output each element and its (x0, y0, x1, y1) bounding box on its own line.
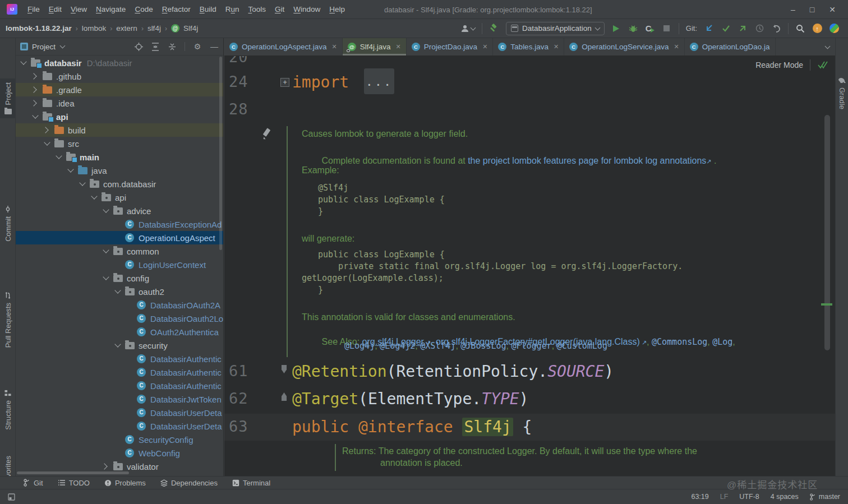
line-ending[interactable]: LF (720, 493, 729, 501)
tree-row[interactable]: java (16, 164, 223, 177)
tree-row[interactable]: LoginUserContext (16, 258, 223, 271)
tree-chevron-icon[interactable] (79, 179, 85, 186)
toolwindow-todo[interactable]: TODO (58, 479, 90, 487)
run-with-coverage-button[interactable]: C (645, 22, 655, 35)
doc-link[interactable]: @XSlf4j (420, 341, 455, 351)
menu-build[interactable]: Build (195, 5, 221, 13)
doc-link[interactable]: @Log (712, 337, 732, 347)
tree-chevron-icon[interactable] (42, 127, 48, 133)
stripe-tab-structure[interactable]: Structure (0, 386, 16, 434)
hide-panel-button[interactable]: — (210, 42, 219, 51)
tree-row[interactable]: build (16, 123, 223, 137)
menu-tools[interactable]: Tools (244, 5, 271, 13)
tree-chevron-icon[interactable] (103, 274, 109, 280)
tree-row[interactable]: OperationLogAspect (16, 231, 223, 244)
tree-chevron-icon[interactable] (30, 73, 36, 79)
tab-operationlogdao[interactable]: C OperationLogDao.ja (685, 38, 776, 56)
plugin-update-button[interactable] (829, 22, 839, 35)
tree-row[interactable]: DatabasirUserDeta (16, 419, 223, 433)
caret-position[interactable]: 63:19 (691, 493, 708, 501)
indent-setting[interactable]: 4 spaces (771, 493, 799, 501)
tab-operationlogservice[interactable]: C OperationLogService.java ✕ (564, 38, 685, 56)
tree-chevron-icon[interactable] (103, 247, 109, 253)
inspections-ok-icon[interactable] (817, 61, 828, 70)
doc-link[interactable]: @Log4j (344, 341, 375, 351)
chevron-down-icon[interactable] (60, 43, 66, 49)
fold-region-icon[interactable] (280, 392, 288, 401)
tree-row[interactable]: api (16, 110, 223, 123)
breadcrumb-extern[interactable]: extern (116, 24, 137, 33)
doc-link[interactable]: @CustomLog (557, 341, 607, 351)
fold-expand-icon[interactable] (280, 78, 289, 87)
tab-tables[interactable]: C Tables.java ✕ (493, 38, 564, 56)
doc-link[interactable]: @CommonsLog (652, 337, 707, 347)
edit-pencil-icon[interactable] (260, 127, 273, 141)
settings-button[interactable]: ⚙ (193, 42, 202, 51)
tree-chevron-icon[interactable] (30, 100, 36, 106)
close-icon[interactable]: ✕ (674, 43, 679, 50)
toolwindow-switcher-icon[interactable] (8, 493, 15, 501)
stripe-tab-gradle[interactable]: Gradle (836, 77, 848, 109)
stripe-tab-pull-requests[interactable]: Pull Requests (0, 288, 16, 352)
tree-row[interactable]: SecurityConfig (16, 433, 223, 446)
tree-chevron-icon[interactable] (114, 287, 121, 293)
fold-region-icon[interactable] (280, 365, 288, 373)
breadcrumb-jar[interactable]: lombok-1.18.22.jar (6, 24, 72, 33)
push-button[interactable] (738, 22, 748, 35)
run-button[interactable] (611, 22, 621, 35)
tree-row[interactable]: databasir D:\databasir (16, 56, 223, 70)
editor-vertical-scrollbar[interactable] (824, 115, 830, 350)
tree-row[interactable]: api (16, 191, 223, 204)
tree-chevron-icon[interactable] (91, 193, 97, 199)
search-everywhere-button[interactable] (795, 22, 805, 35)
project-panel-title[interactable]: Project (32, 43, 56, 51)
profile-button[interactable] (460, 22, 475, 35)
close-button[interactable]: ✕ (829, 5, 836, 14)
expand-all-button[interactable] (151, 42, 160, 51)
tab-list-button[interactable] (826, 38, 835, 56)
tree-chevron-icon[interactable] (56, 152, 62, 159)
tree-row[interactable]: DatabasirJwtToken (16, 392, 223, 406)
tree-chevron-icon[interactable] (101, 463, 107, 469)
menu-window[interactable]: Window (289, 5, 325, 13)
reader-mode-label[interactable]: Reader Mode (755, 61, 803, 70)
tree-row[interactable]: DatabasirExceptionAd (16, 218, 223, 231)
editor-canvas[interactable]: Reader Mode 20 24 28 import ... Causes l… (224, 56, 835, 476)
doc-link[interactable]: @JBossLog (460, 341, 506, 351)
breadcrumb-slf4j-class[interactable]: Slf4j (183, 24, 198, 33)
menu-code[interactable]: Code (130, 5, 157, 13)
close-icon[interactable]: ✕ (554, 43, 559, 50)
doc-link[interactable]: @Flogger (511, 341, 551, 351)
tree-row[interactable]: DatabasirAuthentic (16, 379, 223, 392)
tree-row[interactable]: DatabasirAuthentic (16, 352, 223, 366)
toolwindow-problems[interactable]: Problems (104, 479, 146, 487)
tree-row[interactable]: .github (16, 70, 223, 83)
toolwindow-git[interactable]: Git (24, 479, 43, 487)
close-icon[interactable]: ✕ (396, 43, 401, 50)
menu-edit[interactable]: Edit (44, 5, 66, 13)
update-project-button[interactable] (704, 22, 714, 35)
tree-row[interactable]: main (16, 150, 223, 164)
menu-git[interactable]: Git (270, 5, 289, 13)
collapse-all-button[interactable] (168, 42, 177, 51)
close-icon[interactable]: ✕ (332, 43, 337, 50)
tree-row[interactable]: advice (16, 204, 223, 218)
commit-button[interactable] (721, 22, 731, 35)
breadcrumb-lombok[interactable]: lombok (82, 24, 107, 33)
build-button[interactable] (489, 22, 499, 35)
project-vertical-scrollbar[interactable] (219, 57, 222, 250)
menu-help[interactable]: Help (325, 5, 349, 13)
git-branch-widget[interactable]: master (810, 493, 840, 501)
menu-view[interactable]: View (66, 5, 91, 13)
tree-row[interactable]: .idea (16, 96, 223, 110)
ide-update-button[interactable]: ↑ (812, 22, 822, 35)
stripe-tab-project[interactable]: Project (0, 78, 16, 118)
tree-chevron-icon[interactable] (103, 206, 109, 212)
menu-run[interactable]: Run (221, 5, 244, 13)
locate-file-button[interactable] (134, 42, 143, 51)
tree-row[interactable]: security (16, 339, 223, 352)
tree-chevron-icon[interactable] (114, 341, 121, 347)
menu-navigate[interactable]: Navigate (91, 5, 130, 13)
doc-link[interactable]: @Log4j2 (380, 341, 415, 351)
toolwindow-terminal[interactable]: Terminal (232, 479, 270, 487)
